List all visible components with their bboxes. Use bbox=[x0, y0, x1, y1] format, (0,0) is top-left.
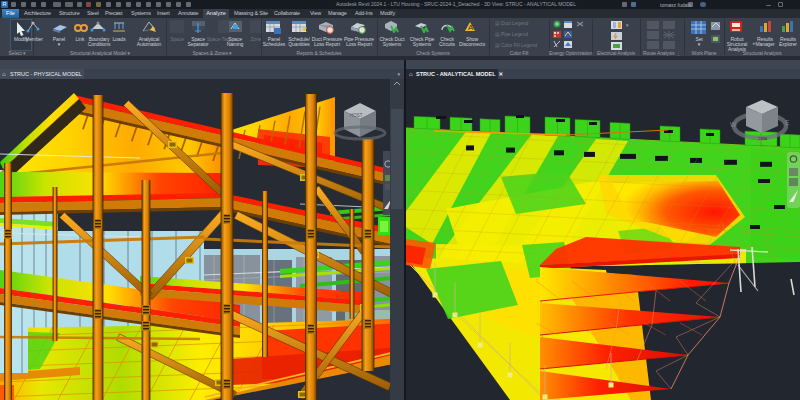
svg-text:E: E bbox=[785, 119, 790, 126]
svg-text:A: A bbox=[468, 23, 474, 32]
svg-text:S: S bbox=[757, 137, 762, 144]
svg-text:HOST: HOST bbox=[350, 113, 363, 118]
svg-text:W: W bbox=[730, 121, 737, 128]
